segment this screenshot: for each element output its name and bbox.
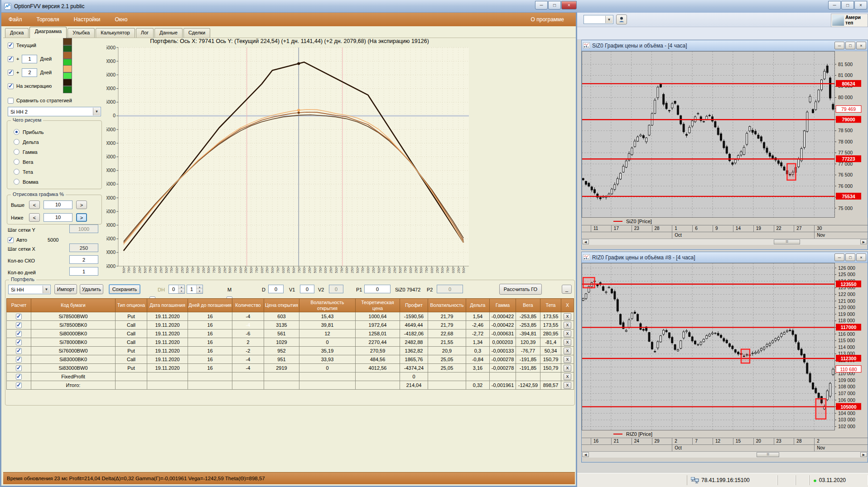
date-cell[interactable]: 19 [753, 225, 774, 232]
tab-Диаграмма[interactable]: Диаграмма [29, 27, 67, 38]
row-checkbox[interactable] [16, 382, 22, 388]
date-cell[interactable]: 15 [733, 438, 753, 444]
date-cell[interactable]: 7 [692, 438, 713, 444]
radio-Вега[interactable] [14, 159, 19, 165]
table-row[interactable]: Si78000BK0Call19.11.2020162102902270,442… [7, 338, 574, 347]
v1-field[interactable] [300, 285, 314, 293]
radio-row-Прибыль[interactable]: Прибыль [14, 129, 44, 135]
radio-row-Тета[interactable]: Тета [14, 169, 33, 175]
date-cell[interactable]: 9 [713, 225, 733, 232]
siz0-restore-button[interactable]: □ [845, 42, 855, 49]
column-header[interactable]: Гамма [490, 299, 516, 312]
close-button[interactable]: × [561, 1, 577, 10]
bg-close-button[interactable]: × [854, 1, 867, 10]
delete-position-button[interactable]: X [564, 313, 571, 320]
menu-item-Файл[interactable]: Файл [1, 16, 29, 23]
column-header[interactable]: Волатильность открытия [299, 299, 356, 312]
siz0-date-axis[interactable]: 111723281691419222730 [582, 225, 868, 232]
riz0-minimize-button[interactable]: ─ [834, 253, 844, 261]
column-header[interactable]: Дней до погашения [188, 299, 232, 312]
column-header[interactable]: Теоретическая цена [356, 299, 400, 312]
date-cell[interactable]: 23 [774, 438, 794, 444]
import-button[interactable]: Импорт [54, 284, 77, 294]
column-header[interactable]: Волатильность [428, 299, 466, 312]
date-cell[interactable]: 14 [733, 225, 753, 232]
scroll-left-arrow[interactable]: ◀ [582, 239, 589, 244]
radio-Гамма[interactable] [14, 149, 19, 155]
radio-Дельта[interactable] [14, 139, 19, 145]
date-cell[interactable]: 17 [611, 225, 632, 232]
dh-spinner-1[interactable]: 0▲▼ [169, 285, 185, 294]
date-cell[interactable]: 16 [591, 438, 611, 444]
date-cell[interactable]: 28 [794, 438, 814, 444]
delete-position-button[interactable]: X [564, 339, 571, 346]
radio-Вомма[interactable] [14, 179, 19, 185]
calc-go-button[interactable]: Рассчитать ГО [499, 284, 542, 295]
date-cell[interactable]: 20 [753, 438, 774, 444]
decrease-button[interactable]: < [29, 213, 40, 222]
column-header[interactable]: Дата погашения [147, 299, 188, 312]
siz0-titlebar[interactable]: SiZ0 График цены и объёма - [4 часа] ─ □… [582, 40, 868, 51]
table-row[interactable]: FixedProfit0X [7, 372, 574, 381]
delete-position-button[interactable]: X [564, 330, 571, 337]
scroll-left-arrow[interactable]: ◀ [582, 452, 589, 457]
payoff-chart[interactable]: -55000-50000-45000-40000-35000-30000-250… [106, 35, 473, 273]
menu-item-about[interactable]: О программе [519, 13, 576, 26]
chevron-down-icon[interactable]: ▼ [93, 108, 100, 115]
layer-checkbox[interactable] [8, 56, 14, 62]
layer-days-input[interactable] [22, 68, 37, 77]
row-checkbox[interactable] [16, 365, 22, 371]
menu-item-Окно[interactable]: Окно [108, 16, 135, 23]
table-row[interactable]: Si83000BK0Call19.11.202016-495133,93484,… [7, 355, 574, 364]
row-checkbox[interactable] [16, 339, 22, 345]
menu-item-Настройки[interactable]: Настройки [67, 16, 108, 23]
date-cell[interactable]: 23 [632, 225, 652, 232]
row-checkbox[interactable] [16, 348, 22, 354]
cko-input[interactable] [69, 255, 98, 264]
siz0-close-button[interactable]: × [856, 42, 866, 49]
delete-position-button[interactable]: X [564, 348, 571, 354]
date-cell[interactable]: 27 [794, 225, 814, 232]
date-cell[interactable]: 6 [692, 225, 713, 232]
date-cell[interactable]: 11 [591, 225, 611, 232]
compare-checkbox[interactable] [8, 98, 14, 104]
row-checkbox[interactable] [16, 331, 22, 337]
days-count-input[interactable] [69, 267, 98, 276]
table-row[interactable]: Si76000BW0Put19.11.202016-295235,19270,5… [7, 347, 574, 355]
column-header[interactable]: Профит [400, 299, 428, 312]
table-row[interactable]: Si78500BW0Put19.11.202016-460315,431000,… [7, 312, 574, 321]
layer-checkbox[interactable] [8, 83, 14, 89]
column-header[interactable]: X [561, 299, 574, 312]
d-field[interactable] [268, 285, 284, 293]
radio-row-Вега[interactable]: Вега [14, 159, 33, 165]
table-row[interactable]: Si78500BK0Call19.11.202016-4313539,81197… [7, 321, 574, 329]
radio-row-Вомма[interactable]: Вомма [14, 179, 39, 185]
bg-minimize-button[interactable]: ─ [828, 1, 841, 10]
increase-button[interactable]: > [76, 201, 87, 209]
row-checkbox[interactable] [16, 322, 22, 328]
riz0-close-button[interactable]: × [856, 253, 866, 261]
radio-Прибыль[interactable] [14, 129, 19, 135]
save-button[interactable]: Сохранить [109, 284, 140, 294]
layer-checkbox[interactable] [8, 43, 14, 48]
column-header[interactable]: Вега [516, 299, 540, 312]
increase-button[interactable]: > [76, 213, 87, 222]
riz0-titlebar[interactable]: RIZ0 График цены и объёма #8 - [4 часа] … [582, 252, 868, 263]
riz0-chart[interactable]: 102 000103 000104 000105 000106 000107 0… [582, 263, 868, 430]
scroll-thumb[interactable]: ☰ [757, 452, 779, 457]
riz0-scrollbar[interactable]: ◀▶☰ [582, 451, 868, 458]
date-cell[interactable]: 12 [713, 438, 733, 444]
strategy-select[interactable]: Si HH 2 ▼ [8, 107, 101, 116]
user-icon[interactable] [616, 14, 627, 24]
delete-position-button[interactable]: X [564, 322, 571, 329]
news-panel[interactable]: Америтеп [831, 14, 868, 27]
row-checkbox[interactable] [16, 314, 22, 320]
delete-position-button[interactable]: X [564, 356, 571, 363]
p2-field[interactable] [437, 285, 463, 293]
date-cell[interactable]: 2 [814, 438, 834, 444]
maximize-button[interactable]: □ [548, 1, 561, 10]
siz0-minimize-button[interactable]: ─ [834, 42, 844, 49]
menu-item-Торговля[interactable]: Торговля [29, 16, 67, 23]
siz0-scrollbar[interactable]: ◀▶☰ [582, 239, 868, 245]
column-header[interactable]: Расчет [7, 299, 31, 312]
